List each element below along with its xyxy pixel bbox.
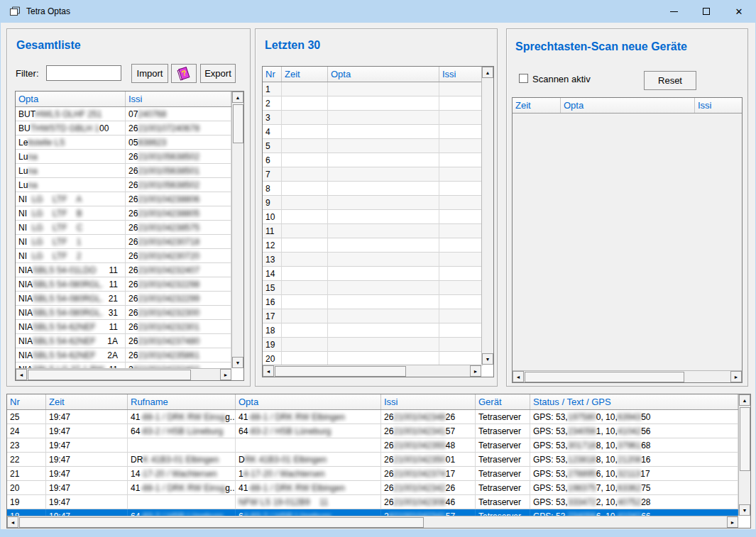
- table-row[interactable]: 20: [263, 352, 483, 366]
- scrollbar-thumb[interactable]: [28, 370, 191, 380]
- table-row[interactable]: 16: [263, 295, 483, 309]
- table-row[interactable]: 19: [263, 338, 483, 352]
- table-row[interactable]: NIASBLS 54-62NEF2A262100104235861: [16, 348, 231, 362]
- table-row[interactable]: NI LG LTF 1262100104230718: [16, 235, 231, 249]
- reset-button[interactable]: Reset: [644, 71, 696, 90]
- scrollbar-thumb[interactable]: [275, 366, 406, 377]
- table-row[interactable]: 7: [263, 167, 483, 182]
- vertical-scrollbar[interactable]: ▲▼: [231, 92, 243, 368]
- table-row[interactable]: Leitstelle LS05838623: [16, 135, 231, 150]
- table-row[interactable]: 1919:47NFW LS 19-012B9 11262100104230846…: [7, 495, 738, 509]
- table-row[interactable]: 2119:4714-17-20 / Wachtersen14-17-20 / W…: [7, 467, 738, 481]
- scrollbar-right-button[interactable]: ►: [727, 516, 738, 528]
- titlebar[interactable]: Tetra Optas ✕: [1, 0, 755, 23]
- horizontal-scrollbar[interactable]: ◄►: [263, 365, 481, 377]
- export-button[interactable]: Export: [200, 64, 236, 83]
- column-header-issi[interactable]: Issi: [126, 92, 231, 106]
- table-row[interactable]: 3: [263, 111, 483, 125]
- scrollbar-up-button[interactable]: ▲: [232, 92, 243, 103]
- table-row[interactable]: 2519:4741-88-1 / DRK RW Einsgg...41-88-1…: [7, 410, 738, 424]
- table-row[interactable]: 2: [263, 96, 483, 111]
- table-row[interactable]: NIASBLS 54-080RGL.31262100104232300: [16, 306, 231, 320]
- column-header-issi[interactable]: Issi: [381, 394, 476, 409]
- column-header-status-text-gps[interactable]: Status / Text / GPS: [530, 394, 738, 409]
- scrollbar-left-button[interactable]: ◄: [16, 369, 27, 380]
- table-row[interactable]: 4: [263, 125, 483, 139]
- column-header-zeit[interactable]: Zeit: [282, 67, 328, 82]
- maximize-button[interactable]: [690, 0, 723, 23]
- horizontal-scrollbar[interactable]: ◄►: [513, 370, 742, 382]
- table-row[interactable]: NI LG LTF A262100104238806: [16, 192, 231, 206]
- scrollbar-right-button[interactable]: ►: [220, 369, 231, 380]
- scrollbar-thumb[interactable]: [19, 517, 424, 528]
- table-row[interactable]: 14: [263, 267, 483, 281]
- filter-input[interactable]: [46, 65, 121, 81]
- scrollbar-down-button[interactable]: ▼: [739, 504, 750, 516]
- scrollbar-thumb[interactable]: [740, 407, 750, 471]
- scrollbar-left-button[interactable]: ◄: [513, 371, 524, 382]
- table-row[interactable]: 5: [263, 139, 483, 153]
- table-row[interactable]: 2419:4764-83-2 / HSB Lüneburg64-83-2 / H…: [7, 424, 738, 438]
- column-header-issi[interactable]: Issi: [695, 98, 743, 113]
- table-row[interactable]: NIASBLS 54-62NEF11262100104232301: [16, 320, 231, 334]
- scrollbar-up-button[interactable]: ▲: [739, 394, 750, 406]
- table-row[interactable]: BUTHWSTD GBLH 100262100107240678: [16, 121, 231, 135]
- table-row[interactable]: NIASBLS 54-62NEF1A262100104237480: [16, 334, 231, 348]
- column-header-nr[interactable]: Nr: [7, 394, 46, 409]
- column-header-ger-t[interactable]: Gerät: [476, 394, 530, 409]
- table-row[interactable]: 9: [263, 196, 483, 210]
- column-header-opta[interactable]: Opta: [236, 394, 381, 409]
- column-header-rufname[interactable]: Rufname: [128, 394, 236, 409]
- scrollbar-left-button[interactable]: ◄: [263, 365, 274, 377]
- cell-text: 26: [128, 194, 138, 204]
- table-row[interactable]: NI LG LTF C262100104238575: [16, 221, 231, 235]
- column-header-zeit[interactable]: Zeit: [513, 98, 561, 113]
- table-row[interactable]: NI LG LTF B262100104238805: [16, 206, 231, 221]
- scrollbar-down-button[interactable]: ▼: [232, 357, 243, 368]
- column-header-zeit[interactable]: Zeit: [46, 394, 128, 409]
- table-row[interactable]: 10: [263, 210, 483, 224]
- scrollbar-left-button[interactable]: ◄: [7, 516, 18, 528]
- column-header-opta[interactable]: Opta: [561, 98, 695, 113]
- table-row[interactable]: Luna262100105638502: [16, 150, 231, 164]
- table-row[interactable]: 12: [263, 238, 483, 253]
- column-header-issi[interactable]: Issi: [439, 67, 483, 82]
- table-row[interactable]: 6: [263, 153, 483, 167]
- vertical-scrollbar[interactable]: ▲▼: [481, 67, 493, 365]
- issi-cell: 05838623: [126, 135, 231, 150]
- table-row[interactable]: NIASBLS 54-080RGL.11262100104232298: [16, 277, 231, 292]
- table-row[interactable]: Luna262100105638501: [16, 164, 231, 178]
- table-row[interactable]: 8: [263, 182, 483, 196]
- column-header-nr[interactable]: Nr: [263, 67, 282, 82]
- table-row[interactable]: 2219:47DRK 41B3-01 ElbingenDRK 41B3-01 E…: [7, 453, 738, 467]
- table-row[interactable]: 1: [263, 82, 483, 96]
- import-button[interactable]: Import: [131, 64, 168, 83]
- table-row[interactable]: BUTHWLS OLHF 25107240768: [16, 107, 231, 121]
- table-row[interactable]: NI LG LTF 2262100104230720: [16, 249, 231, 263]
- scrollbar-thumb[interactable]: [233, 104, 243, 143]
- column-header-opta[interactable]: Opta: [328, 67, 439, 82]
- table-row[interactable]: 13: [263, 253, 483, 267]
- table-row[interactable]: 2319:47262100104239348TetraserverGPS: 53…: [7, 438, 738, 453]
- help-book-button[interactable]: ?: [171, 64, 197, 83]
- table-row[interactable]: 18: [263, 323, 483, 338]
- table-row[interactable]: NIASBLS 54-01LDO11262100104232407: [16, 263, 231, 277]
- vertical-scrollbar[interactable]: ▲▼: [738, 394, 750, 516]
- scrollbar-right-button[interactable]: ►: [730, 371, 742, 382]
- table-row[interactable]: 15: [263, 281, 483, 295]
- table-row[interactable]: 2019:4741-88-1 / DRK RW Einsgg...41-88-1…: [7, 481, 738, 495]
- scrollbar-up-button[interactable]: ▲: [482, 67, 493, 78]
- close-button[interactable]: ✕: [723, 0, 755, 23]
- table-row[interactable]: 17: [263, 309, 483, 323]
- scrollbar-thumb[interactable]: [525, 372, 684, 382]
- table-row[interactable]: Luna262100105638502: [16, 178, 231, 192]
- column-header-opta[interactable]: Opta: [16, 92, 126, 106]
- horizontal-scrollbar[interactable]: ◄►: [7, 516, 738, 528]
- table-row[interactable]: NIASBLS 54-080RGL.21262100104232299: [16, 292, 231, 306]
- table-row[interactable]: 11: [263, 224, 483, 238]
- scrollbar-right-button[interactable]: ►: [470, 365, 481, 377]
- scannen-aktiv-checkbox[interactable]: [519, 74, 528, 83]
- scrollbar-down-button[interactable]: ▼: [482, 353, 493, 365]
- minimize-button[interactable]: [657, 0, 690, 23]
- horizontal-scrollbar[interactable]: ◄►: [16, 368, 231, 380]
